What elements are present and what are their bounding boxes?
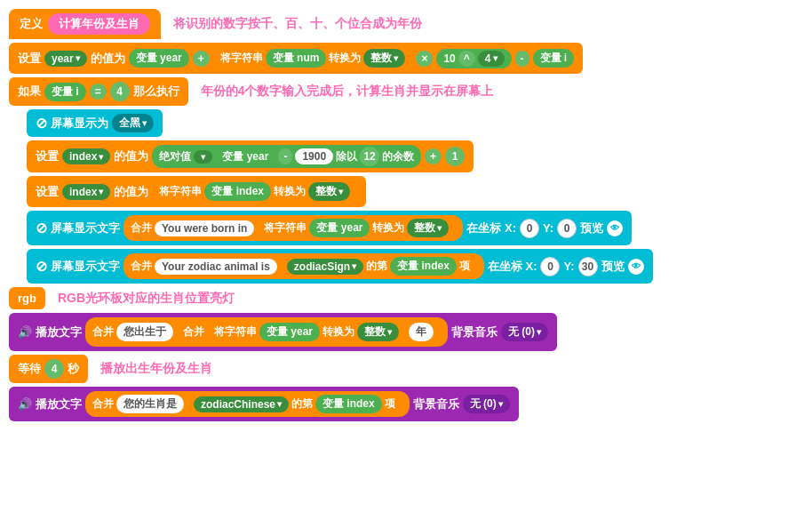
value-label: 的值为	[91, 51, 125, 67]
wait-label: 等待	[18, 361, 41, 377]
rgb-row: rgb RGB光环板对应的生肖位置亮灯	[9, 287, 803, 309]
int4-dropdown[interactable]: 整数	[357, 323, 399, 341]
index-dropdown[interactable]: index	[62, 148, 110, 164]
concat1-pill: 合并 You were born in 将字符串 变量 year 转换为 整数	[123, 215, 463, 241]
sound2-block[interactable]: 🔊 播放文字 合并 您的生肖是 zodiacChinese 的第 变量 inde…	[9, 387, 519, 421]
var-year-pill: 变量 year	[129, 49, 189, 68]
zodiac-sign-dropdown[interactable]: zodiacSign	[287, 259, 363, 275]
comment2: 年份的4个数字输入完成后，计算生肖并显示在屏幕上	[201, 84, 494, 100]
if-block[interactable]: 如果 变量 i = 4 那么执行	[9, 77, 188, 106]
set-index2-block[interactable]: 设置 index 的值为 将字符串 变量 index 转换为 整数	[27, 176, 366, 207]
caret-op: ^	[458, 51, 475, 67]
wait-num: 4	[44, 359, 64, 379]
concat4-pill: 合并 将字符串 变量 year 转换为 整数 年	[176, 319, 441, 345]
sound1-label: 播放文字	[36, 324, 82, 340]
wait-block[interactable]: 等待 4 秒	[9, 355, 88, 383]
int2-dropdown[interactable]: 整数	[308, 182, 350, 201]
set-index2-label: 设置	[36, 184, 59, 200]
str-convert-pill: 将字符串 变量 num 转换为 整数	[213, 47, 413, 69]
define-row: 定义 计算年份及生肖 将识别的数字按千、百、十、个位合成为年份	[9, 9, 803, 39]
bg-music2-dropdown[interactable]: 无 (0)	[463, 395, 510, 413]
sound2-label: 播放文字	[36, 396, 82, 412]
var-year3-pill: 变量 year	[309, 219, 370, 237]
zodiac-cn-dropdown[interactable]: zodiacChinese	[194, 396, 289, 412]
sound2-row: 🔊 播放文字 合并 您的生肖是 zodiacChinese 的第 变量 inde…	[9, 387, 803, 421]
zodiac-chinese-pill: zodiacChinese 的第 变量 index 项	[187, 393, 402, 415]
num-12: 12	[360, 147, 379, 166]
x2-label: 在坐标 X:	[488, 259, 537, 275]
num-1900: 1900	[295, 148, 333, 164]
screen-text2-label: 屏幕显示文字	[51, 259, 120, 275]
eye-icon[interactable]: 👁	[607, 220, 623, 236]
born-cn-text: 您出生于	[116, 323, 173, 341]
preview2-label: 预览	[601, 259, 625, 275]
index2-dropdown[interactable]: index	[62, 184, 110, 200]
plus-1-op: +	[425, 148, 442, 164]
screen-text2-block[interactable]: ⊘ 屏幕显示文字 合并 Your zodiac animal is zodiac…	[27, 249, 653, 284]
multiply-op: ×	[416, 51, 433, 67]
define-block[interactable]: 定义 计算年份及生肖	[9, 9, 161, 39]
screen-text2-row: ⊘ 屏幕显示文字 合并 Your zodiac animal is zodiac…	[27, 249, 803, 284]
eye-icon2[interactable]: 👁	[628, 259, 644, 275]
var-year2-pill: 变量 year	[215, 148, 275, 166]
num-1: 1	[445, 147, 465, 166]
var-index2-pill: 变量 index	[390, 257, 457, 276]
concat3-pill: 合并 您出生于 合并 将字符串 变量 year 转换为 整数 年	[85, 317, 448, 347]
var-index3-pill: 变量 index	[315, 395, 382, 413]
if-row: 如果 变量 i = 4 那么执行 年份的4个数字输入完成后，计算生肖并显示在屏幕…	[9, 77, 803, 106]
minus-op: -	[515, 51, 529, 67]
year-dropdown[interactable]: year	[44, 51, 87, 67]
screen-text1-row: ⊘ 屏幕显示文字 合并 You were born in 将字符串 变量 yea…	[27, 211, 803, 245]
exp-dropdown[interactable]: 4	[478, 51, 505, 67]
zodiac-sign-pill: zodiacSign 的第 变量 index 项	[280, 255, 477, 277]
num-4: 4	[110, 82, 130, 101]
var-index-pill: 变量 index	[204, 182, 271, 201]
screen-icon2: ⊘	[36, 220, 47, 236]
var-i-cond: 变量 i	[44, 83, 86, 101]
var-num-pill: 变量 num	[266, 49, 327, 68]
set-index-block[interactable]: 设置 index 的值为 绝对值 变量 year - 1900 除以 12 的余…	[27, 140, 474, 172]
comment4: 播放出生年份及生肖	[100, 361, 212, 377]
black-dropdown[interactable]: 全黑	[112, 114, 154, 132]
rgb-block[interactable]: rgb	[9, 287, 45, 309]
define-name: 计算年份及生肖	[48, 13, 150, 35]
define-label: 定义	[20, 16, 43, 32]
x2-val: 0	[540, 257, 560, 276]
set-year-block[interactable]: 设置 year 的值为 变量 year + 将字符串 变量 num 转换为 整数…	[9, 43, 583, 74]
y2-label: Y:	[563, 260, 574, 273]
concat2-pill: 合并 Your zodiac animal is zodiacSign 的第 变…	[123, 253, 484, 279]
main-container: 定义 计算年份及生肖 将识别的数字按千、百、十、个位合成为年份 设置 year …	[9, 9, 803, 421]
sound-icon2: 🔊	[18, 397, 32, 411]
plus-op: +	[193, 51, 210, 67]
wait-row: 等待 4 秒 播放出生年份及生肖	[9, 355, 803, 383]
convert-index-pill: 将字符串 变量 index 转换为 整数	[152, 180, 357, 203]
set-year-row: 设置 year 的值为 变量 year + 将字符串 变量 num 转换为 整数…	[9, 43, 803, 74]
sound-icon: 🔊	[18, 325, 32, 339]
if-label: 如果	[18, 84, 41, 100]
seconds-label: 秒	[68, 361, 79, 377]
set-index-label: 设置	[36, 148, 59, 164]
int-dropdown[interactable]: 整数	[363, 49, 405, 68]
comment1: 将识别的数字按千、百、十、个位合成为年份	[173, 16, 422, 32]
index2-value-label: 的值为	[114, 184, 148, 200]
int3-dropdown[interactable]: 整数	[407, 219, 449, 237]
x-val: 0	[520, 219, 539, 238]
minus-1900-op: -	[278, 148, 292, 164]
var-year4-pill: 变量 year	[259, 323, 320, 341]
bg-music-label: 背景音乐	[451, 324, 498, 340]
bg-music-dropdown[interactable]: 无 (0)	[501, 323, 548, 341]
sound1-block[interactable]: 🔊 播放文字 合并 您出生于 合并 将字符串 变量 year 转换为 整数 年 …	[9, 313, 557, 351]
y2-val: 30	[578, 257, 598, 276]
abs-dropdown[interactable]	[194, 150, 212, 164]
bg-music2-label: 背景音乐	[413, 396, 459, 412]
set-index-row: 设置 index 的值为 绝对值 变量 year - 1900 除以 12 的余…	[27, 140, 803, 172]
screen-black-block[interactable]: ⊘ 屏幕显示为 全黑	[27, 109, 163, 137]
screen-text1-block[interactable]: ⊘ 屏幕显示文字 合并 You were born in 将字符串 变量 yea…	[27, 211, 632, 245]
screen-black-row: ⊘ 屏幕显示为 全黑	[27, 109, 803, 137]
comment3: RGB光环板对应的生肖位置亮灯	[58, 291, 235, 307]
screen-text1-label: 屏幕显示文字	[51, 220, 120, 236]
zodiac-text: Your zodiac animal is	[155, 259, 277, 275]
set-index2-row: 设置 index 的值为 将字符串 变量 index 转换为 整数	[27, 176, 803, 207]
rgb-label: rgb	[18, 292, 36, 305]
y-label: Y:	[543, 221, 553, 235]
